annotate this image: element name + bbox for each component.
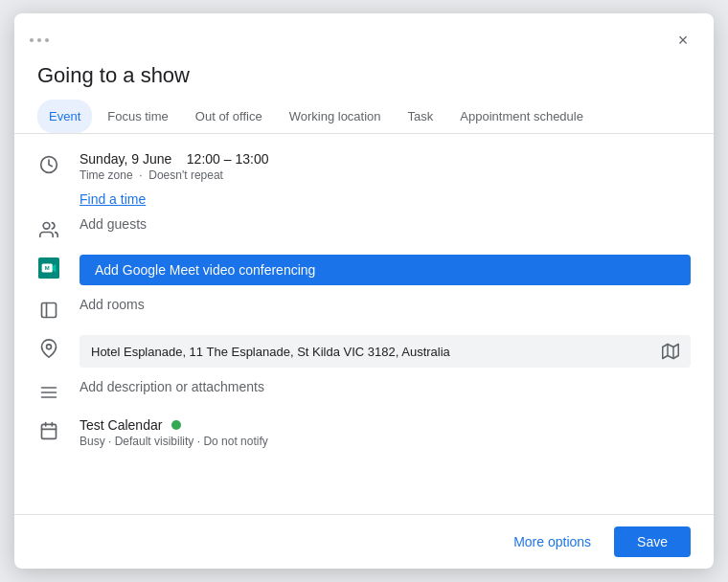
svg-point-1 bbox=[43, 223, 50, 230]
calendar-name: Test Calendar bbox=[80, 417, 162, 433]
event-dialog: × Going to a show Event Focus time Out o… bbox=[14, 13, 714, 569]
drag-handle bbox=[30, 38, 49, 42]
location-text: Hotel Esplanade, 11 The Esplanade, St Ki… bbox=[91, 345, 654, 359]
svg-marker-9 bbox=[663, 345, 679, 359]
add-meet-button[interactable]: Add Google Meet video conferencing bbox=[80, 255, 691, 285]
guests-content: Add guests bbox=[80, 216, 691, 232]
meet-icon-space: M bbox=[37, 257, 60, 280]
tab-out-of-office[interactable]: Out of office bbox=[184, 100, 274, 133]
meet-content: Add Google Meet video conferencing bbox=[80, 255, 691, 285]
rooms-content: Add rooms bbox=[80, 297, 691, 312]
find-time-link[interactable]: Find a time bbox=[14, 188, 714, 211]
event-time: 12:00 – 13:00 bbox=[187, 151, 269, 167]
more-options-button[interactable]: More options bbox=[498, 526, 606, 557]
datetime-content: Sunday, 9 June 12:00 – 13:00 Time zone ·… bbox=[80, 151, 691, 182]
description-content: Add description or attachments bbox=[80, 379, 691, 394]
tab-focus-time[interactable]: Focus time bbox=[96, 100, 180, 133]
description-row[interactable]: Add description or attachments bbox=[14, 373, 714, 412]
map-icon[interactable] bbox=[662, 343, 679, 360]
calendar-color-dot bbox=[171, 420, 181, 430]
tab-event[interactable]: Event bbox=[37, 100, 92, 133]
calendar-content: Test Calendar Busy · Default visibility … bbox=[80, 417, 691, 448]
guests-icon bbox=[37, 218, 60, 241]
add-rooms-label: Add rooms bbox=[80, 297, 691, 312]
event-date-time: Sunday, 9 June 12:00 – 13:00 bbox=[80, 151, 691, 167]
rooms-row[interactable]: Add rooms bbox=[14, 291, 714, 329]
location-field[interactable]: Hotel Esplanade, 11 The Esplanade, St Ki… bbox=[80, 335, 691, 368]
description-icon bbox=[37, 381, 60, 404]
add-guests-label: Add guests bbox=[80, 216, 691, 232]
svg-rect-6 bbox=[42, 303, 57, 318]
add-description-label: Add description or attachments bbox=[80, 379, 691, 394]
calendar-name-row: Test Calendar bbox=[80, 417, 691, 433]
svg-point-8 bbox=[47, 345, 52, 349]
dialog-header: × bbox=[14, 13, 714, 56]
event-date: Sunday, 9 June bbox=[80, 151, 171, 167]
dot2 bbox=[37, 38, 41, 42]
location-row: Hotel Esplanade, 11 The Esplanade, St Ki… bbox=[14, 329, 714, 373]
dialog-title: Going to a show bbox=[14, 56, 714, 100]
timezone-label: Time zone bbox=[80, 168, 133, 182]
meet-button-label: Add Google Meet video conferencing bbox=[95, 262, 315, 278]
dialog-footer: More options Save bbox=[14, 514, 714, 569]
guests-row[interactable]: Add guests bbox=[14, 211, 714, 249]
rooms-icon bbox=[37, 299, 60, 322]
dot3 bbox=[45, 38, 49, 42]
dialog-body: Sunday, 9 June 12:00 – 13:00 Time zone ·… bbox=[14, 134, 714, 514]
tab-task[interactable]: Task bbox=[397, 100, 445, 133]
calendar-status: Busy · Default visibility · Do not notif… bbox=[80, 435, 691, 448]
meet-row: M Add Google Meet video conferencing bbox=[14, 249, 714, 291]
tab-appointment-schedule[interactable]: Appointment schedule bbox=[448, 100, 595, 133]
svg-rect-15 bbox=[42, 424, 57, 438]
clock-icon bbox=[37, 153, 60, 176]
calendar-icon bbox=[37, 419, 60, 442]
event-timezone-repeat: Time zone · Doesn't repeat bbox=[80, 168, 691, 182]
datetime-row: Sunday, 9 June 12:00 – 13:00 Time zone ·… bbox=[14, 146, 714, 188]
dot1 bbox=[30, 38, 34, 42]
tab-working-location[interactable]: Working location bbox=[278, 100, 393, 133]
location-icon bbox=[37, 337, 60, 360]
screen-background: × Going to a show Event Focus time Out o… bbox=[0, 0, 728, 582]
svg-text:M: M bbox=[45, 265, 50, 271]
close-button[interactable]: × bbox=[668, 25, 698, 56]
save-button[interactable]: Save bbox=[614, 526, 691, 557]
calendar-row[interactable]: Test Calendar Busy · Default visibility … bbox=[14, 412, 714, 454]
repeat-label: Doesn't repeat bbox=[148, 168, 223, 182]
event-type-tabs: Event Focus time Out of office Working l… bbox=[14, 100, 714, 134]
meet-logo-icon: M bbox=[38, 257, 59, 279]
